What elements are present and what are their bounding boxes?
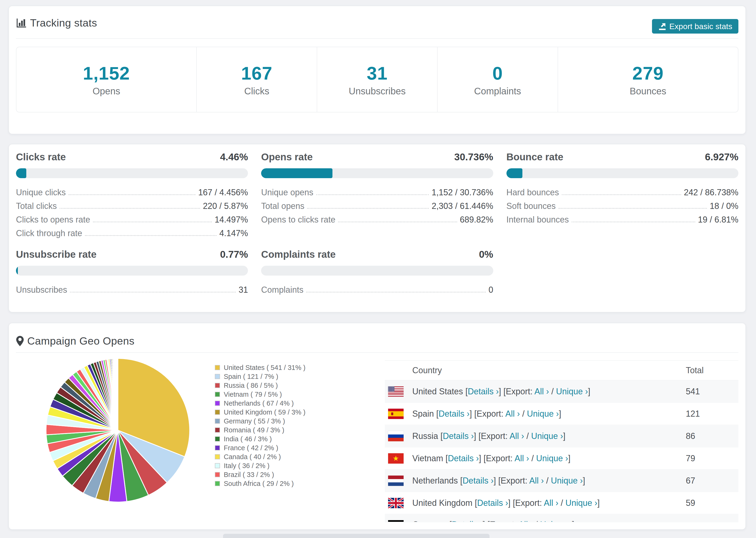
page-title: Tracking stats <box>30 17 97 29</box>
stat-bounces: 279Bounces <box>558 47 738 112</box>
rate-title: Unsubscribe rate <box>16 249 96 260</box>
geo-table-row-es: Spain [Details ›] [Export: All › / Uniqu… <box>385 403 738 425</box>
flag-vn <box>388 453 404 463</box>
country-cell: Spain [Details ›] [Export: All › / Uniqu… <box>412 409 561 419</box>
geo-table-row-ru: Russia [Details ›] [Export: All › / Uniq… <box>385 425 738 447</box>
export-all-link[interactable]: All › <box>514 454 529 463</box>
dotted-leader <box>306 286 486 293</box>
rate-row: Click through rate4.147% <box>16 229 248 238</box>
legend-item-in: India ( 46 / 3% ) <box>215 435 356 443</box>
bar-chart-icon <box>16 18 27 28</box>
export-unique-link[interactable]: Unique › <box>536 454 568 463</box>
legend-swatch <box>215 383 220 388</box>
geo-table-row-us: United States [Details ›] [Export: All ›… <box>385 381 738 403</box>
dotted-leader <box>69 188 195 195</box>
details-link[interactable]: Details › <box>452 520 483 522</box>
stat-value: 31 <box>367 63 388 84</box>
legend-item-gb: United Kingdom ( 59 / 3% ) <box>215 408 356 417</box>
legend-label: United Kingdom ( 59 / 3% ) <box>224 408 305 416</box>
rate-title: Bounce rate <box>507 151 564 163</box>
legend-label: Italy ( 36 / 2% ) <box>224 462 270 470</box>
legend-label: Vietnam ( 79 / 5% ) <box>224 391 282 398</box>
progress-bar <box>507 168 738 178</box>
rate-percent: 0% <box>479 249 493 260</box>
export-unique-link[interactable]: Unique › <box>527 409 559 418</box>
rate-title: Complaints rate <box>261 249 336 260</box>
details-link[interactable]: Details › <box>462 476 494 485</box>
legend-label: Germany ( 55 / 3% ) <box>224 417 285 425</box>
export-all-link[interactable]: All › <box>534 387 549 396</box>
country-cell: United States [Details ›] [Export: All ›… <box>412 387 590 397</box>
details-link[interactable]: Details › <box>439 409 469 418</box>
details-link[interactable]: Details › <box>477 498 508 508</box>
legend-item-es: Spain ( 121 / 7% ) <box>215 372 356 381</box>
export-all-link[interactable]: All › <box>510 431 524 441</box>
stat-label: Unsubscribes <box>349 86 405 96</box>
map-pin-icon <box>16 336 24 347</box>
export-unique-link[interactable]: Unique › <box>556 387 588 396</box>
rate-row: Hard bounces242 / 86.738% <box>507 188 738 197</box>
stat-complaints: 0Complaints <box>437 47 558 112</box>
dotted-leader <box>338 215 457 222</box>
legend-swatch <box>215 481 220 486</box>
details-link[interactable]: Details › <box>448 454 479 463</box>
geo-content: United States ( 541 / 31% )Spain ( 121 /… <box>16 360 738 522</box>
export-button-label: Export basic stats <box>669 22 732 31</box>
legend-item-za: South Africa ( 29 / 2% ) <box>215 479 356 488</box>
pie-legend: United States ( 541 / 31% )Spain ( 121 /… <box>215 363 356 488</box>
legend-swatch <box>215 454 220 459</box>
export-unique-link[interactable]: Unique › <box>566 498 597 508</box>
legend-label: United States ( 541 / 31% ) <box>224 364 305 372</box>
export-unique-link[interactable]: Unique › <box>531 431 563 441</box>
flag-ru <box>388 431 404 441</box>
details-link[interactable]: Details › <box>468 387 499 396</box>
progress-bar <box>16 266 248 276</box>
horizontal-scrollbar-thumb[interactable] <box>223 534 490 538</box>
progress-fill <box>16 168 26 178</box>
total-cell: 541 <box>686 387 700 397</box>
rate-percent: 30.736% <box>454 151 493 163</box>
progress-fill <box>507 168 522 178</box>
details-link[interactable]: Details › <box>443 431 474 441</box>
legend-item-br: Brazil ( 33 / 2% ) <box>215 470 356 479</box>
total-cell: 67 <box>686 476 695 486</box>
dotted-leader <box>85 229 216 236</box>
total-cell: 79 <box>686 454 695 463</box>
export-all-link[interactable]: All › <box>505 409 520 418</box>
legend-swatch <box>215 463 220 468</box>
rates-grid: Clicks rate4.46%Unique clicks167 / 4.456… <box>16 151 738 299</box>
export-unique-link[interactable]: Unique › <box>540 520 572 522</box>
legend-label: Romania ( 49 / 3% ) <box>224 426 284 434</box>
bounce-rate-section: Bounce rate6.927%Hard bounces242 / 86.73… <box>507 151 738 242</box>
legend-swatch <box>215 374 220 379</box>
unsubscribe-rate-section: Unsubscribe rate0.77%Unsubscribes31 <box>16 249 248 299</box>
stat-opens: 1,152Opens <box>17 47 196 112</box>
rate-row: Complaints0 <box>261 286 493 295</box>
export-all-link[interactable]: All › <box>544 498 558 508</box>
stat-label: Bounces <box>630 86 666 96</box>
flag-us <box>388 386 404 397</box>
rate-row: Unique opens1,152 / 30.736% <box>261 188 493 197</box>
country-cell: Germany [Details ›] [Export: All › / Uni… <box>412 520 574 522</box>
legend-item-ca: Canada ( 40 / 2% ) <box>215 452 356 461</box>
legend-item-fr: France ( 42 / 2% ) <box>215 443 356 452</box>
stat-value: 279 <box>632 63 664 84</box>
legend-swatch <box>215 392 220 397</box>
dotted-leader <box>70 286 236 293</box>
rate-row: Unsubscribes31 <box>16 286 248 295</box>
export-all-link[interactable]: All › <box>518 520 533 522</box>
legend-label: Spain ( 121 / 7% ) <box>224 373 278 381</box>
geo-table-row-partial: Germany [Details ›] [Export: All › / Uni… <box>385 514 738 522</box>
stat-value: 0 <box>492 63 503 84</box>
divider <box>16 38 738 39</box>
geo-table-row-vn: Vietnam [Details ›] [Export: All › / Uni… <box>385 447 738 470</box>
total-cell: 86 <box>686 431 695 441</box>
rate-row: Total clicks220 / 5.87% <box>16 202 248 211</box>
export-all-link[interactable]: All › <box>529 476 544 485</box>
export-basic-stats-button[interactable]: Export basic stats <box>652 19 738 33</box>
opens-rate-section: Opens rate30.736%Unique opens1,152 / 30.… <box>261 151 493 242</box>
legend-item-us: United States ( 541 / 31% ) <box>215 363 356 372</box>
export-unique-link[interactable]: Unique › <box>551 476 583 485</box>
legend-label: South Africa ( 29 / 2% ) <box>224 480 294 488</box>
stat-value: 1,152 <box>83 63 130 84</box>
